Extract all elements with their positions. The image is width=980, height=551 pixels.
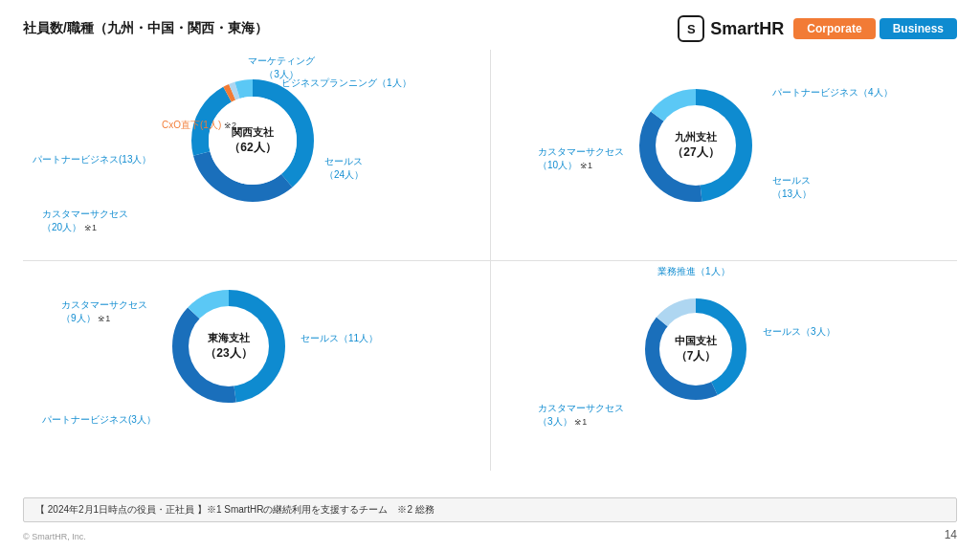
kansai-name: 関西支社 — [232, 125, 274, 140]
horizontal-divider — [23, 260, 957, 261]
kyushu-name: 九州支社 — [675, 130, 717, 144]
footer-copyright: © SmartHR, Inc. — [23, 532, 86, 541]
kansai-label-bizplan: ビジネスプランニング（1人） — [281, 77, 412, 90]
tabs: Corporate Business — [793, 18, 957, 39]
kansai-label-sales: セールス（24人） — [324, 155, 364, 182]
tokai-count: （23人） — [205, 345, 252, 362]
chart-chugoku: 中国支社 （7人） 業務推進（1人） セールス（3人） カスタマーサクセス（3人… — [490, 260, 957, 461]
kansai-label-cxo: CxO直下(1人) ※2 — [162, 119, 236, 132]
kansai-label-partner: パートナービジネス(13人） — [33, 153, 151, 166]
chugoku-label-gyomu: 業務推進（1人） — [657, 265, 730, 278]
tab-corporate[interactable]: Corporate — [793, 18, 875, 39]
chugoku-count: （7人） — [676, 348, 717, 364]
kyushu-count: （27人） — [672, 144, 719, 161]
chart-kyushu: 九州支社 （27人） パートナービジネス（4人） カスタマーサクセス（10人） … — [490, 50, 957, 260]
kansai-center-label: 関西支社 （62人） — [190, 78, 315, 203]
chugoku-label-sales: セールス（3人） — [763, 325, 835, 339]
tokai-center-label: 東海支社 （23人） — [171, 289, 286, 404]
tokai-label-sales: セールス（11人） — [301, 332, 378, 345]
kyushu-center-label: 九州支社 （27人） — [638, 88, 753, 203]
page-title: 社員数/職種（九州・中国・関西・東海） — [23, 20, 268, 37]
logo-text: SmartHR — [710, 19, 784, 39]
kyushu-label-cs: カスタマーサクセス（10人） ※1 — [538, 145, 624, 172]
header: 社員数/職種（九州・中国・関西・東海） S SmartHR Corporate … — [23, 15, 957, 42]
footer-page: 14 — [945, 528, 957, 541]
tokai-label-cs: カスタマーサクセス（9人） ※1 — [61, 298, 147, 325]
tokai-label-partner: パートナービジネス(3人） — [42, 413, 156, 427]
chart-kansai: 関西支社 （62人） マーケティング（3人） ビジネスプランニング（1人） Cx… — [23, 50, 490, 260]
kyushu-label-partner: パートナービジネス（4人） — [772, 86, 893, 99]
tokai-name: 東海支社 — [208, 331, 250, 345]
logo-icon: S — [678, 15, 704, 42]
kyushu-label-sales: セールス（13人） — [772, 174, 812, 201]
page: 社員数/職種（九州・中国・関西・東海） S SmartHR Corporate … — [0, 0, 980, 551]
chart-tokai: 東海支社 （23人） カスタマーサクセス（9人） ※1 パートナービジネス(3人… — [23, 260, 490, 461]
kansai-count: （62人） — [229, 140, 276, 156]
chugoku-name: 中国支社 — [675, 334, 717, 348]
kansai-label-cs: カスタマーサクセス（20人） ※1 — [42, 208, 128, 234]
chugoku-label-cs: カスタマーサクセス（3人） ※1 — [538, 402, 624, 429]
chugoku-center-label: 中国支社 （7人） — [643, 297, 748, 402]
footer-note: 【 2024年2月1日時点の役員・正社員 】※1 SmartHRの継続利用を支援… — [23, 497, 957, 522]
header-right: S SmartHR Corporate Business — [678, 15, 957, 42]
logo: S SmartHR — [678, 15, 784, 42]
tab-business[interactable]: Business — [880, 18, 957, 39]
